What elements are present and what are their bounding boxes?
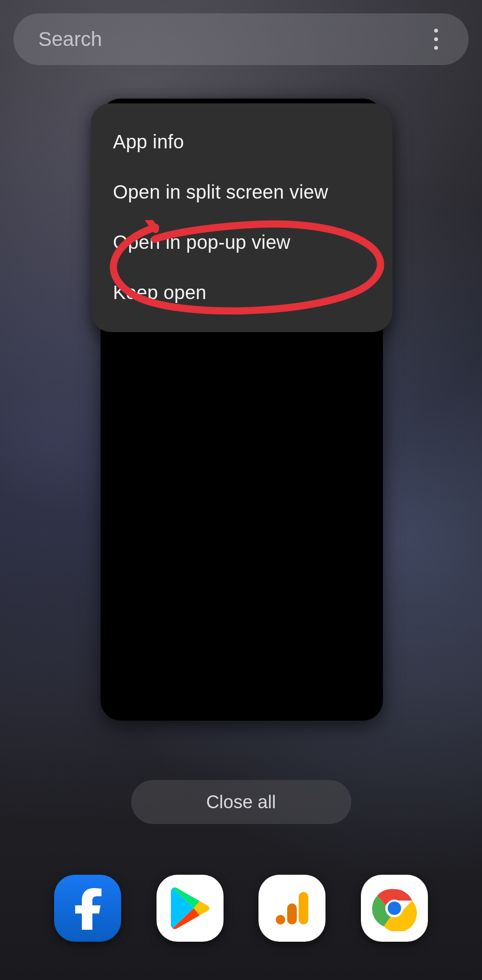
close-all-button[interactable]: Close all: [131, 780, 351, 824]
menu-item-app-info[interactable]: App info: [91, 117, 392, 167]
menu-item-popup-view[interactable]: Open in pop-up view: [91, 217, 392, 267]
app-icon-facebook[interactable]: [54, 875, 121, 942]
menu-item-label: Open in pop-up view: [113, 232, 291, 253]
facebook-icon: [66, 887, 109, 930]
search-input[interactable]: [38, 28, 426, 51]
chrome-icon: [371, 885, 417, 931]
play-store-icon: [170, 886, 210, 930]
app-icon-chrome[interactable]: [361, 875, 428, 942]
svg-point-5: [388, 902, 401, 915]
menu-item-keep-open[interactable]: Keep open: [91, 267, 392, 318]
svg-rect-1: [287, 903, 297, 924]
menu-item-split-screen[interactable]: Open in split screen view: [91, 167, 392, 217]
close-all-label: Close all: [206, 792, 276, 813]
app-icon-analytics[interactable]: [258, 875, 325, 942]
app-context-menu: App info Open in split screen view Open …: [91, 103, 392, 332]
menu-item-label: Keep open: [113, 282, 206, 303]
search-bar[interactable]: [13, 13, 469, 65]
svg-rect-0: [299, 892, 308, 924]
svg-point-2: [276, 915, 285, 924]
app-icon-play-store[interactable]: [157, 875, 224, 942]
menu-item-label: App info: [113, 131, 184, 152]
more-options-icon[interactable]: [426, 25, 446, 54]
analytics-icon: [273, 889, 311, 927]
menu-item-label: Open in split screen view: [113, 181, 328, 202]
dock: [0, 875, 482, 942]
